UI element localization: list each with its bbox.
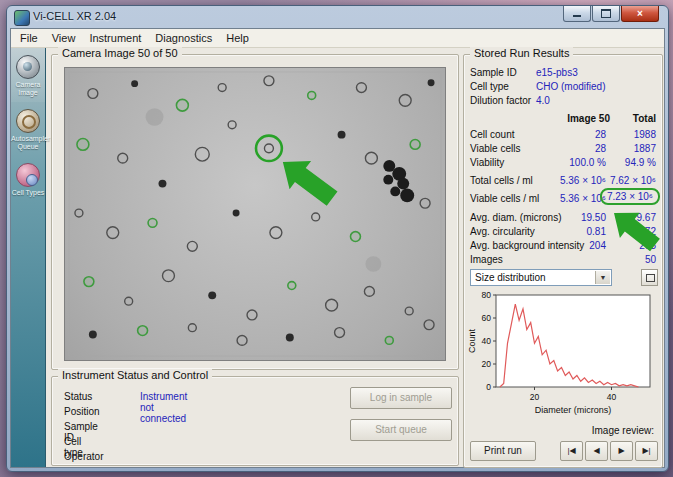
result-row: Cell count281988 [464,129,662,143]
size-distribution-chart: 0204060802040 Count Diameter (microns) [466,291,656,419]
sidebar-item-camera-image[interactable]: Camera Image [11,48,45,102]
next-icon: ▶ [618,446,624,455]
result-row: Viability100.0 %94.9 % [464,157,662,171]
image-review-controls: |◀ ◀ ▶ ▶| [560,441,658,461]
menu-bar: File View Instrument Diagnostics Help [11,29,664,48]
sample-id-value: e15-pbs3 [536,67,578,78]
previous-icon: ◀ [593,446,599,455]
close-button[interactable]: × [621,6,659,22]
x-axis-label: Diameter (microns) [535,405,612,415]
svg-text:80: 80 [482,291,492,300]
column-header-total: Total [633,113,656,124]
first-image-button[interactable]: |◀ [560,441,583,461]
results-column-headers: Image 50 Total [464,113,662,127]
column-header-image: Image 50 [567,113,610,124]
app-window: Vi-CELL XR 2.04 × File View Instrument D… [6,5,669,472]
sidebar-item-cell-types[interactable]: Cell Types [11,156,45,202]
maximize-icon [601,9,611,18]
annotation-circle [256,136,282,161]
operator-label: Operator [64,451,103,462]
dilution-factor-value: 4.0 [536,95,550,106]
sidebar-item-label: Autosampler Queue [11,135,45,151]
annotation-arrow [272,148,343,213]
svg-text:60: 60 [482,313,492,323]
start-queue-button[interactable]: Start queue [350,419,452,441]
camera-icon [16,55,40,79]
first-icon: |◀ [567,446,575,455]
svg-text:20: 20 [482,359,492,369]
last-image-button[interactable]: ▶| [635,441,658,461]
previous-image-button[interactable]: ◀ [585,441,608,461]
log-in-sample-button[interactable]: Log in sample [350,387,452,409]
results-annotation-arrow [580,207,660,279]
highlighted-value: 7.23 × 10⁶ [600,188,660,205]
results-panel-title: Stored Run Results [470,47,573,59]
print-run-button[interactable]: Print run [470,441,536,461]
cell-cluster [383,160,414,202]
camera-image[interactable] [64,67,446,361]
cell-types-icon [16,163,40,187]
minimize-button[interactable] [563,6,591,22]
menu-help[interactable]: Help [219,31,256,45]
sidebar: Camera Image Autosampler Queue Cell Type… [11,48,46,467]
image-review-label: Image review: [592,425,654,436]
result-row: Total cells / ml5.36 × 10⁶7.62 × 10⁶ [464,175,662,189]
menu-diagnostics[interactable]: Diagnostics [148,31,219,45]
menu-file[interactable]: File [13,31,45,45]
sidebar-item-label: Cell Types [11,189,45,197]
minimize-icon [573,15,581,17]
result-row-highlighted: Viable cells / ml5.36 × 10⁶7.23 × 10⁶ [464,193,662,207]
stored-run-results-panel: Stored Run Results Sample IDe15-pbs3 Cel… [463,54,663,468]
camera-image-panel: Camera Image 50 of 50 [51,54,459,370]
svg-text:0: 0 [486,382,491,392]
cell-image-canvas [65,68,445,360]
result-row: Viable cells281887 [464,143,662,157]
dropdown-selected-value: Size distribution [475,272,546,283]
sidebar-item-label: Camera Image [11,81,45,97]
last-icon: ▶| [642,446,650,455]
svg-text:40: 40 [607,392,617,402]
close-icon: × [637,9,643,19]
svg-text:40: 40 [482,336,492,346]
menu-instrument[interactable]: Instrument [82,31,148,45]
camera-panel-title: Camera Image 50 of 50 [58,47,182,59]
menu-view[interactable]: View [45,31,83,45]
cell-type-value: CHO (modified) [536,81,605,92]
autosampler-icon [16,109,40,133]
instrument-panel-title: Instrument Status and Control [58,369,212,381]
main-content: Camera Image 50 of 50 [45,48,664,467]
svg-text:20: 20 [530,392,540,402]
position-label: Position [64,406,100,417]
app-icon [14,10,30,26]
sidebar-item-autosampler-queue[interactable]: Autosampler Queue [11,102,45,156]
instrument-status-panel: Instrument Status and Control StatusInst… [51,376,459,466]
next-image-button[interactable]: ▶ [610,441,633,461]
maximize-button[interactable] [592,6,620,22]
status-label: Status [64,391,92,402]
window-body: File View Instrument Diagnostics Help Ca… [10,28,665,468]
title-bar[interactable]: Vi-CELL XR 2.04 × [7,6,668,28]
status-value: Instrument not connected [140,391,187,424]
window-title: Vi-CELL XR 2.04 [33,10,116,22]
y-axis-label: Count [467,329,477,354]
